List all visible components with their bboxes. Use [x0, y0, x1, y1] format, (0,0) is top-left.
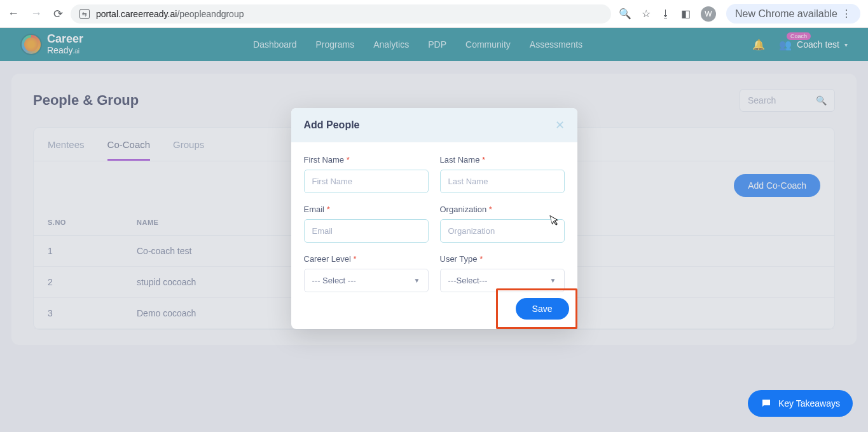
chat-icon: [761, 398, 772, 409]
career-level-label: Career Level *: [304, 254, 429, 264]
kebab-icon: ⋮: [841, 8, 851, 20]
career-level-select[interactable]: --- Select --- ▼: [304, 269, 429, 292]
reload-icon[interactable]: ⟳: [53, 7, 63, 21]
organization-field[interactable]: [440, 219, 565, 243]
email-label: Email *: [304, 205, 429, 214]
url-host: portal.careerready.ai: [96, 9, 177, 19]
first-name-label: First Name *: [304, 155, 429, 165]
career-level-value: --- Select ---: [312, 276, 356, 285]
profile-avatar[interactable]: W: [701, 6, 716, 22]
chevron-down-icon: ▼: [550, 277, 556, 284]
key-takeaways-label: Key Takeaways: [778, 398, 840, 408]
chrome-update-button[interactable]: New Chrome available ⋮: [726, 4, 860, 24]
modal-title: Add People: [304, 119, 360, 131]
chrome-update-label: New Chrome available: [735, 8, 837, 20]
last-name-field[interactable]: [440, 170, 565, 193]
forward-icon[interactable]: →: [31, 7, 42, 20]
first-name-field[interactable]: [304, 170, 429, 193]
add-people-modal: Add People ✕ First Name * Last Name * Em…: [291, 108, 577, 329]
organization-label: Organization *: [440, 205, 565, 214]
save-button[interactable]: Save: [516, 298, 569, 320]
url-path: /peopleandgroup: [177, 9, 244, 19]
browser-toolbar: ← → ⟳ ⇆ portal.careerready.ai/peopleandg…: [0, 0, 868, 28]
user-type-value: ---Select---: [448, 276, 488, 285]
back-icon[interactable]: ←: [8, 7, 19, 20]
last-name-label: Last Name *: [440, 155, 565, 165]
bookmark-icon[interactable]: ☆: [642, 8, 651, 20]
close-icon[interactable]: ✕: [555, 118, 565, 132]
download-icon[interactable]: ⭳: [661, 8, 671, 20]
zoom-icon[interactable]: 🔍: [619, 8, 631, 20]
panel-icon[interactable]: ◧: [681, 8, 691, 20]
user-type-label: User Type *: [440, 254, 565, 264]
address-bar[interactable]: ⇆ portal.careerready.ai/peopleandgroup: [71, 4, 611, 24]
key-takeaways-button[interactable]: Key Takeaways: [748, 390, 853, 417]
annotation-highlight: Save: [496, 288, 577, 329]
chevron-down-icon: ▼: [414, 277, 420, 284]
email-field[interactable]: [304, 219, 429, 243]
site-settings-icon[interactable]: ⇆: [79, 9, 90, 19]
